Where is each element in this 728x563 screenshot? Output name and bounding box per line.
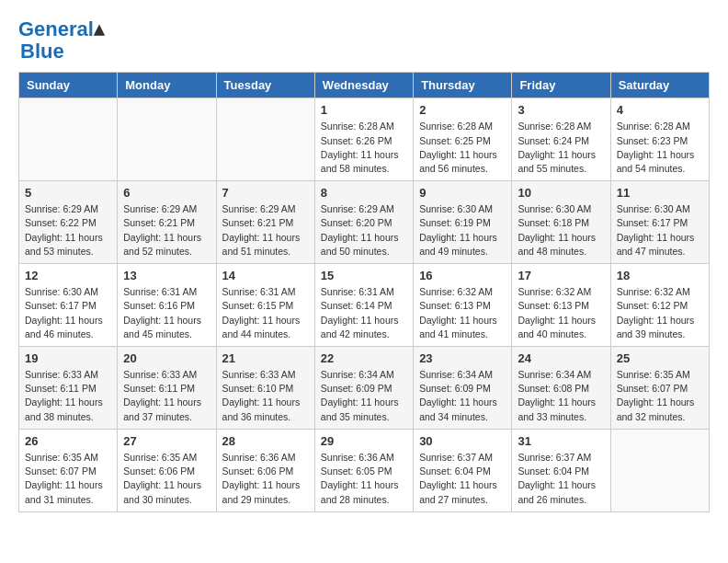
weekday-header-wednesday: Wednesday: [314, 73, 413, 98]
day-cell: 16Sunrise: 6:32 AM Sunset: 6:13 PM Dayli…: [414, 264, 512, 347]
day-number: 29: [321, 434, 407, 448]
week-row-1: 1Sunrise: 6:28 AM Sunset: 6:26 PM Daylig…: [19, 98, 710, 181]
day-cell: 19Sunrise: 6:33 AM Sunset: 6:11 PM Dayli…: [19, 347, 118, 430]
day-number: 8: [321, 186, 407, 200]
day-cell: [610, 429, 709, 511]
day-info: Sunrise: 6:30 AM Sunset: 6:19 PM Dayligh…: [419, 202, 506, 259]
day-number: 13: [123, 269, 210, 282]
day-cell: 9Sunrise: 6:30 AM Sunset: 6:19 PM Daylig…: [414, 181, 512, 264]
day-info: Sunrise: 6:28 AM Sunset: 6:26 PM Dayligh…: [321, 120, 407, 176]
weekday-header-saturday: Saturday: [610, 73, 709, 98]
day-number: 20: [123, 351, 210, 365]
day-cell: 22Sunrise: 6:34 AM Sunset: 6:09 PM Dayli…: [314, 347, 413, 430]
day-cell: 17Sunrise: 6:32 AM Sunset: 6:13 PM Dayli…: [512, 264, 610, 347]
day-info: Sunrise: 6:36 AM Sunset: 6:06 PM Dayligh…: [222, 451, 309, 507]
day-cell: 4Sunrise: 6:28 AM Sunset: 6:23 PM Daylig…: [610, 98, 709, 181]
day-number: 25: [617, 351, 703, 365]
day-cell: 21Sunrise: 6:33 AM Sunset: 6:10 PM Dayli…: [216, 347, 314, 430]
day-info: Sunrise: 6:31 AM Sunset: 6:14 PM Dayligh…: [321, 285, 407, 341]
day-cell: 30Sunrise: 6:37 AM Sunset: 6:04 PM Dayli…: [414, 429, 512, 511]
day-number: 28: [222, 434, 309, 448]
day-cell: 12Sunrise: 6:30 AM Sunset: 6:17 PM Dayli…: [19, 264, 118, 347]
day-number: 7: [222, 186, 309, 200]
weekday-header-thursday: Thursday: [414, 73, 512, 98]
day-info: Sunrise: 6:28 AM Sunset: 6:24 PM Dayligh…: [518, 120, 604, 176]
week-row-5: 26Sunrise: 6:35 AM Sunset: 6:07 PM Dayli…: [19, 429, 710, 511]
day-cell: 25Sunrise: 6:35 AM Sunset: 6:07 PM Dayli…: [610, 347, 709, 430]
day-info: Sunrise: 6:37 AM Sunset: 6:04 PM Dayligh…: [518, 451, 604, 507]
day-number: 9: [419, 186, 506, 200]
week-row-3: 12Sunrise: 6:30 AM Sunset: 6:17 PM Dayli…: [19, 264, 710, 347]
week-row-2: 5Sunrise: 6:29 AM Sunset: 6:22 PM Daylig…: [19, 181, 710, 264]
day-info: Sunrise: 6:28 AM Sunset: 6:23 PM Dayligh…: [617, 120, 703, 176]
day-number: 11: [617, 186, 703, 200]
day-number: 26: [25, 434, 111, 448]
day-cell: 29Sunrise: 6:36 AM Sunset: 6:05 PM Dayli…: [314, 429, 413, 511]
day-number: 14: [222, 269, 309, 282]
weekday-header-tuesday: Tuesday: [216, 73, 314, 98]
day-info: Sunrise: 6:29 AM Sunset: 6:20 PM Dayligh…: [321, 202, 407, 259]
day-cell: 14Sunrise: 6:31 AM Sunset: 6:15 PM Dayli…: [216, 264, 314, 347]
day-cell: [19, 98, 118, 181]
day-info: Sunrise: 6:36 AM Sunset: 6:05 PM Dayligh…: [321, 451, 407, 507]
day-cell: 18Sunrise: 6:32 AM Sunset: 6:12 PM Dayli…: [610, 264, 709, 347]
day-info: Sunrise: 6:29 AM Sunset: 6:22 PM Dayligh…: [25, 202, 111, 259]
day-info: Sunrise: 6:34 AM Sunset: 6:08 PM Dayligh…: [518, 368, 604, 424]
day-number: 12: [25, 269, 111, 282]
page-header: General▴ Blue: [18, 18, 710, 63]
weekday-header-row: SundayMondayTuesdayWednesdayThursdayFrid…: [19, 73, 710, 98]
day-cell: 24Sunrise: 6:34 AM Sunset: 6:08 PM Dayli…: [512, 347, 610, 430]
day-number: 17: [518, 269, 604, 282]
day-info: Sunrise: 6:33 AM Sunset: 6:10 PM Dayligh…: [222, 368, 309, 424]
day-cell: 5Sunrise: 6:29 AM Sunset: 6:22 PM Daylig…: [19, 181, 118, 264]
day-info: Sunrise: 6:35 AM Sunset: 6:07 PM Dayligh…: [617, 368, 703, 424]
day-info: Sunrise: 6:32 AM Sunset: 6:13 PM Dayligh…: [518, 285, 604, 341]
day-info: Sunrise: 6:30 AM Sunset: 6:18 PM Dayligh…: [518, 202, 604, 259]
day-info: Sunrise: 6:34 AM Sunset: 6:09 PM Dayligh…: [419, 368, 506, 424]
day-cell: 11Sunrise: 6:30 AM Sunset: 6:17 PM Dayli…: [610, 181, 709, 264]
weekday-header-friday: Friday: [512, 73, 610, 98]
day-number: 24: [518, 351, 604, 365]
day-info: Sunrise: 6:35 AM Sunset: 6:07 PM Dayligh…: [25, 451, 111, 507]
day-number: 21: [222, 351, 309, 365]
day-cell: 27Sunrise: 6:35 AM Sunset: 6:06 PM Dayli…: [118, 429, 216, 511]
day-number: 2: [419, 103, 506, 117]
day-cell: [118, 98, 216, 181]
day-number: 15: [321, 269, 407, 282]
day-cell: 2Sunrise: 6:28 AM Sunset: 6:25 PM Daylig…: [414, 98, 512, 181]
day-number: 4: [617, 103, 703, 117]
day-number: 23: [419, 351, 506, 365]
weekday-header-sunday: Sunday: [19, 73, 118, 98]
day-number: 3: [518, 103, 604, 117]
day-cell: 20Sunrise: 6:33 AM Sunset: 6:11 PM Dayli…: [118, 347, 216, 430]
day-cell: [216, 98, 314, 181]
day-info: Sunrise: 6:37 AM Sunset: 6:04 PM Dayligh…: [419, 451, 506, 507]
logo-subtext: Blue: [20, 40, 104, 63]
day-info: Sunrise: 6:34 AM Sunset: 6:09 PM Dayligh…: [321, 368, 407, 424]
day-cell: 8Sunrise: 6:29 AM Sunset: 6:20 PM Daylig…: [314, 181, 413, 264]
day-info: Sunrise: 6:29 AM Sunset: 6:21 PM Dayligh…: [123, 202, 210, 259]
day-number: 10: [518, 186, 604, 200]
day-cell: 26Sunrise: 6:35 AM Sunset: 6:07 PM Dayli…: [19, 429, 118, 511]
day-cell: 13Sunrise: 6:31 AM Sunset: 6:16 PM Dayli…: [118, 264, 216, 347]
day-info: Sunrise: 6:33 AM Sunset: 6:11 PM Dayligh…: [25, 368, 111, 424]
day-info: Sunrise: 6:31 AM Sunset: 6:15 PM Dayligh…: [222, 285, 309, 341]
day-cell: 7Sunrise: 6:29 AM Sunset: 6:21 PM Daylig…: [216, 181, 314, 264]
day-number: 18: [617, 269, 703, 282]
day-info: Sunrise: 6:30 AM Sunset: 6:17 PM Dayligh…: [25, 285, 111, 341]
weekday-header-monday: Monday: [118, 73, 216, 98]
day-cell: 1Sunrise: 6:28 AM Sunset: 6:26 PM Daylig…: [314, 98, 413, 181]
day-number: 31: [518, 434, 604, 448]
day-info: Sunrise: 6:28 AM Sunset: 6:25 PM Dayligh…: [419, 120, 506, 176]
day-number: 6: [123, 186, 210, 200]
day-info: Sunrise: 6:30 AM Sunset: 6:17 PM Dayligh…: [617, 202, 703, 259]
day-number: 22: [321, 351, 407, 365]
day-info: Sunrise: 6:31 AM Sunset: 6:16 PM Dayligh…: [123, 285, 210, 341]
day-info: Sunrise: 6:35 AM Sunset: 6:06 PM Dayligh…: [123, 451, 210, 507]
day-number: 19: [25, 351, 111, 365]
day-info: Sunrise: 6:32 AM Sunset: 6:13 PM Dayligh…: [419, 285, 506, 341]
day-number: 5: [25, 186, 111, 200]
day-cell: 3Sunrise: 6:28 AM Sunset: 6:24 PM Daylig…: [512, 98, 610, 181]
week-row-4: 19Sunrise: 6:33 AM Sunset: 6:11 PM Dayli…: [19, 347, 710, 430]
day-cell: 23Sunrise: 6:34 AM Sunset: 6:09 PM Dayli…: [414, 347, 512, 430]
